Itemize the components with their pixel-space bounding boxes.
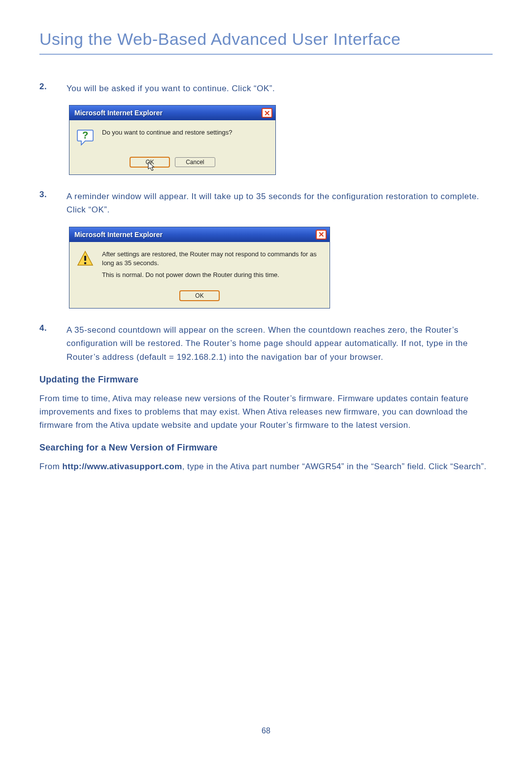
dialog-restore-confirm: Microsoft Internet Explorer ✕ ? Do you w…	[69, 105, 493, 175]
question-icon: ?	[76, 128, 94, 146]
dialog-line1: After settings are restored, the Router …	[102, 250, 323, 268]
searching-suffix: , type in the Ativa part number “AWGR54”…	[182, 462, 487, 471]
step-3: 3. A reminder window will appear. It wil…	[39, 190, 493, 216]
ok-button[interactable]: OK	[130, 157, 170, 168]
dialog-titlebar: Microsoft Internet Explorer ✕	[69, 105, 275, 120]
searching-prefix: From	[39, 462, 62, 471]
dialog-titlebar: Microsoft Internet Explorer ✕	[69, 227, 330, 242]
step-text: A 35-second countdown will appear on the…	[66, 323, 483, 364]
close-icon[interactable]: ✕	[262, 108, 272, 118]
step-text: You will be asked if you want to continu…	[66, 82, 483, 95]
page-title: Using the Web-Based Advanced User Interf…	[39, 30, 493, 55]
svg-rect-1	[84, 256, 86, 261]
warning-icon	[76, 250, 94, 268]
svg-rect-2	[84, 262, 86, 264]
step-text: A reminder window will appear. It will t…	[66, 190, 483, 216]
close-icon[interactable]: ✕	[316, 230, 327, 240]
dialog-message: Do you want to continue and restore sett…	[102, 128, 268, 137]
dialog-title-text: Microsoft Internet Explorer	[74, 109, 163, 117]
svg-text:?: ?	[82, 130, 88, 140]
dialog-title-text: Microsoft Internet Explorer	[74, 231, 163, 239]
step-2: 2. You will be asked if you want to cont…	[39, 82, 493, 95]
heading-searching-firmware: Searching for a New Version of Firmware	[39, 443, 493, 453]
cancel-button[interactable]: Cancel	[175, 157, 215, 167]
dialog-restore-reminder: Microsoft Internet Explorer ✕ After sett…	[69, 227, 493, 309]
para-updating-firmware: From time to time, Ativa may release new…	[39, 392, 493, 432]
step-number: 3.	[39, 190, 66, 216]
step-4: 4. A 35-second countdown will appear on …	[39, 323, 493, 364]
searching-url: http://www.ativasupport.com	[62, 462, 182, 471]
step-number: 2.	[39, 82, 66, 95]
step-number: 4.	[39, 323, 66, 364]
page-number: 68	[0, 726, 532, 735]
ok-button[interactable]: OK	[179, 290, 220, 301]
heading-updating-firmware: Updating the Firmware	[39, 375, 493, 385]
dialog-line2: This is normal. Do not power down the Ro…	[102, 271, 323, 279]
para-searching-firmware: From http://www.ativasupport.com, type i…	[39, 460, 493, 473]
